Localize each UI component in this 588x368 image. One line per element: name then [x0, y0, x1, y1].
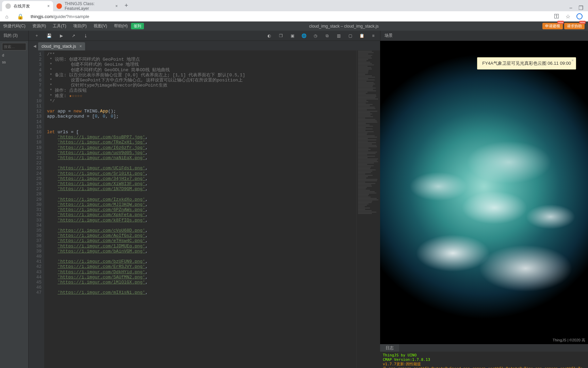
info-tooltip: × FY4A气象卫星可见光真彩色云图 06.11 09:00 [477, 57, 576, 70]
sidebar-item[interactable]: ss [2, 60, 26, 64]
toolbar: 我的 (3) ＋💾▶↗⭳ ◐❒▣🌐◷⧉▥▢📋≡ 场景 [0, 31, 588, 41]
address-bar[interactable]: thingjs.com/guide/?m=sample [31, 14, 550, 19]
nav-home-icon[interactable]: ⌂ [3, 14, 10, 19]
window-title: cloud_img_stack – cloud_img_stack.js [145, 24, 542, 29]
window-icon[interactable]: ▣ [290, 33, 295, 39]
settings-icon[interactable]: ≡ [371, 33, 376, 39]
url-domain: thingjs.com [31, 14, 53, 19]
header-action-button[interactable]: 请求协助new [564, 23, 585, 29]
console-output[interactable]: ThingJS by UINOCMAP Version:1.7.8.13v1.7… [380, 352, 588, 368]
restore-icon[interactable]: ❐ [578, 5, 583, 11]
panel-icon[interactable]: ▥ [336, 33, 341, 39]
watermark: ThingJS | ©2020 高 [553, 338, 585, 343]
minimize-icon[interactable]: − [569, 5, 572, 11]
menu-item[interactable]: 工具(T) [49, 21, 69, 31]
browser-tab-strip: 在线开发 × THINGJS Class: FeatureLayer × + −… [0, 0, 588, 11]
scene-label: 场景 [385, 33, 393, 39]
globe-dark-icon[interactable]: ◐ [266, 33, 272, 39]
menu-item[interactable]: 帮助(H) [111, 21, 131, 31]
code-area[interactable]: /** * 说明: 创建不同样式的 GeoPoint 地理点 * 创建不同样式的… [44, 50, 380, 368]
browser-tab-active[interactable]: 在线开发 × [2, 1, 53, 11]
preview-panel: × FY4A气象卫星可见光真彩色云图 06.11 09:00 ThingJS |… [380, 41, 588, 368]
save-icon[interactable]: 💾 [46, 33, 52, 39]
editor-wrap: ◀ cloud_img_stack.js × 12345678910111213… [29, 41, 380, 368]
clock-icon[interactable]: ◷ [313, 33, 318, 39]
close-icon[interactable]: × [45, 4, 50, 9]
tab-title: THINGJS Class: FeatureLayer [65, 1, 113, 11]
menu-item[interactable]: 项目(P) [70, 21, 90, 31]
sidebar-item[interactable]: d [2, 53, 26, 57]
tab-prev-icon[interactable]: ◀ [31, 44, 38, 50]
close-icon[interactable]: × [79, 44, 82, 49]
menu-item[interactable]: 快捷代码(C) [0, 21, 29, 31]
code-editor[interactable]: 1234567891011121314151617181920212223242… [29, 50, 380, 368]
cube-icon[interactable]: ❒ [278, 33, 283, 39]
key-icon[interactable]: ⚿ [554, 13, 559, 20]
file-tab-active[interactable]: cloud_img_stack.js × [38, 42, 85, 50]
new-tab-button[interactable]: + [121, 2, 132, 9]
menu-item[interactable]: 资源(R) [29, 21, 50, 31]
browser-tab[interactable]: THINGJS Class: FeatureLayer × [53, 1, 121, 11]
copy-icon[interactable]: ⧉ [324, 33, 330, 39]
download-icon[interactable]: ⭳ [83, 33, 88, 39]
minimap[interactable] [356, 50, 380, 368]
tab-favicon [5, 3, 11, 9]
preview-canvas[interactable]: × FY4A气象卫星可见光真彩色云图 06.11 09:00 ThingJS |… [380, 41, 588, 344]
signin-button[interactable]: 签到 [131, 23, 144, 29]
file-tab-name: cloud_img_stack.js [42, 44, 76, 49]
search-input[interactable] [2, 43, 26, 50]
lock-icon[interactable]: 🔒 [17, 13, 24, 20]
address-row: ⌂ 🔒 thingjs.com/guide/?m=sample ⚿ ☆ [0, 11, 588, 21]
image-icon[interactable]: ▢ [347, 33, 353, 39]
tab-title: 在线开发 [14, 3, 30, 9]
close-icon[interactable]: × [572, 58, 574, 62]
tab-favicon [56, 3, 62, 9]
left-pane-header[interactable]: 我的 (3) [0, 31, 29, 41]
cloud-overlay [380, 41, 588, 344]
header-action-button[interactable]: 申请建模new [542, 23, 563, 29]
plus-icon[interactable]: ＋ [34, 33, 39, 39]
browser-chrome: 在线开发 × THINGJS Class: FeatureLayer × + −… [0, 0, 588, 21]
menu-item[interactable]: 视图(V) [90, 21, 111, 31]
line-gutter: 1234567891011121314151617181920212223242… [29, 50, 44, 368]
close-icon[interactable]: × [113, 4, 118, 9]
play-icon[interactable]: ▶ [59, 33, 64, 39]
clipboard-icon[interactable]: 📋 [359, 33, 364, 39]
file-tab-strip: ◀ cloud_img_stack.js × [29, 41, 380, 50]
console-tab-strip: 日志 [380, 344, 588, 352]
left-pane-label: 我的 (3) [3, 33, 18, 39]
app-menubar: 快捷代码(C)资源(R)工具(T)项目(P)视图(V)帮助(H) 签到 clou… [0, 21, 588, 31]
share-icon[interactable]: ↗ [71, 33, 76, 39]
sidebar: d ss [0, 41, 29, 368]
console-tab-label: 日志 [386, 345, 394, 351]
star-icon[interactable]: ☆ [566, 13, 570, 20]
globe-icon[interactable]: 🌐 [301, 33, 307, 39]
main-layout: d ss ◀ cloud_img_stack.js × 123456789101… [0, 41, 588, 368]
url-path: /guide/?m=sample [53, 14, 89, 19]
scene-panel-header[interactable]: 场景 [380, 31, 588, 41]
tooltip-text: FY4A气象卫星可见光真彩色云图 06.11 09:00 [482, 61, 571, 66]
profile-icon[interactable] [576, 13, 583, 19]
console-tab-log[interactable]: 日志 [380, 344, 399, 352]
